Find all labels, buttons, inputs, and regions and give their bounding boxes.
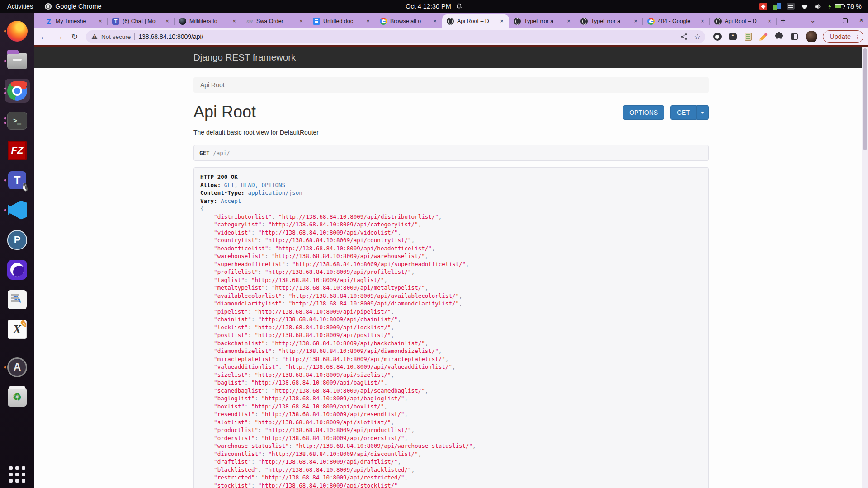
- browser-tab-1[interactable]: T(6) Chat | Mo×: [108, 14, 175, 28]
- updater-icon: A: [6, 357, 28, 378]
- page-content: Django REST framework Api Root Api Root …: [34, 47, 868, 488]
- dock-item-updater[interactable]: A: [5, 355, 30, 379]
- browser-tab-4[interactable]: Untitled doc×: [308, 14, 375, 28]
- converter-favicon: [179, 18, 186, 25]
- dock-item-chrome[interactable]: [5, 79, 30, 103]
- tab-title: My Timeshe: [56, 18, 94, 24]
- dock-item-filezilla[interactable]: FZ: [5, 138, 30, 162]
- dock-item-xournal[interactable]: X: [5, 317, 30, 341]
- extensions-puzzle-icon[interactable]: [774, 32, 784, 42]
- tab-close-icon[interactable]: ×: [632, 18, 639, 25]
- profile-avatar[interactable]: [806, 31, 817, 42]
- get-button[interactable]: GET: [670, 105, 696, 120]
- running-indicator-dots: [4, 87, 6, 94]
- share-icon[interactable]: [680, 33, 688, 40]
- restore-button[interactable]: [843, 18, 848, 23]
- view-description: The default basic root view for DefaultR…: [193, 129, 709, 136]
- browser-tab-2[interactable]: Milliliters to×: [175, 14, 241, 28]
- extension-notes-icon[interactable]: [743, 32, 753, 42]
- update-chrome-button[interactable]: Update ⋮: [823, 30, 863, 43]
- show-applications-button[interactable]: [9, 466, 25, 483]
- dock-item-insomnia[interactable]: [5, 258, 30, 282]
- browser-tab-6-active[interactable]: Api Root – D×: [442, 14, 509, 28]
- browser-tab-0[interactable]: ZMy Timeshe×: [41, 14, 108, 28]
- tab-close-icon[interactable]: ×: [364, 18, 372, 25]
- browser-tab-3[interactable]: swSwa Order×: [241, 14, 308, 28]
- battery-percent: 78 %: [847, 3, 862, 10]
- tab-search-chevron-icon[interactable]: ⌄: [810, 17, 816, 24]
- activities-button[interactable]: Activities: [7, 3, 33, 10]
- dock-item-files[interactable]: [5, 49, 30, 73]
- tab-close-icon[interactable]: ×: [231, 18, 238, 25]
- tab-close-icon[interactable]: ×: [498, 18, 505, 25]
- extension-chat-icon[interactable]: ❝: [728, 32, 738, 42]
- minimize-button[interactable]: –: [827, 17, 831, 24]
- dock-item-vscode[interactable]: [5, 198, 30, 222]
- options-button[interactable]: OPTIONS: [623, 105, 664, 120]
- browser-tab-5[interactable]: Browse all o×: [375, 14, 442, 28]
- keyboard-layout-tray-icon[interactable]: [787, 3, 795, 10]
- tab-close-icon[interactable]: ×: [766, 18, 773, 25]
- update-label: Update: [830, 33, 851, 40]
- dock-item-postgres[interactable]: P: [5, 228, 30, 252]
- wifi-icon[interactable]: [801, 3, 808, 10]
- dock-item-teams[interactable]: T: [5, 168, 30, 192]
- volume-icon[interactable]: [814, 3, 822, 10]
- tab-title: TypeError a: [591, 18, 629, 24]
- extension-profile-icon[interactable]: [712, 32, 722, 42]
- running-indicator-dots: [4, 117, 6, 124]
- focused-app-menu[interactable]: Google Chrome: [45, 3, 101, 10]
- forward-button[interactable]: →: [52, 30, 66, 43]
- globe-favicon: [447, 18, 454, 25]
- google-favicon: [647, 18, 655, 25]
- browser-tab-8[interactable]: TypeError a×: [576, 14, 643, 28]
- tab-close-icon[interactable]: ×: [97, 18, 104, 25]
- security-chip-label[interactable]: Not secure: [101, 33, 131, 40]
- scrollbar-thumb[interactable]: [863, 48, 867, 150]
- ubuntu-dock: >_FZTP✎XA♻: [0, 13, 34, 488]
- charging-bolt-icon: [828, 4, 832, 9]
- drf-navbar: Django REST framework: [34, 47, 868, 68]
- page-title: Api Root: [193, 103, 256, 122]
- get-format-dropdown[interactable]: [696, 105, 709, 120]
- extension-pencil-icon[interactable]: [759, 32, 769, 42]
- back-button[interactable]: ←: [37, 30, 51, 43]
- dock-item-terminal[interactable]: >_: [5, 108, 30, 132]
- tab-close-icon[interactable]: ×: [699, 18, 706, 25]
- tab-title: (6) Chat | Mo: [123, 18, 160, 24]
- kebab-menu-icon: ⋮: [854, 33, 860, 40]
- tab-close-icon[interactable]: ×: [565, 18, 572, 25]
- running-indicator-dots: [4, 60, 6, 62]
- browser-tab-10[interactable]: Api Root – D×: [710, 14, 777, 28]
- drf-brand[interactable]: Django REST framework: [193, 52, 296, 62]
- dock-item-firefox[interactable]: [5, 19, 30, 43]
- globe-favicon: [580, 18, 588, 25]
- side-panel-icon[interactable]: [789, 32, 799, 42]
- breadcrumb-current: Api Root: [200, 81, 225, 89]
- tab-close-icon[interactable]: ×: [431, 18, 439, 25]
- filezilla-icon: FZ: [6, 140, 28, 161]
- google-docs-favicon: [313, 18, 320, 25]
- workspace-tray-icon[interactable]: [773, 3, 781, 10]
- chrome-icon: [6, 80, 28, 102]
- url-text[interactable]: 138.68.84.10:8009/api/: [138, 33, 677, 40]
- tab-close-icon[interactable]: ×: [297, 18, 305, 25]
- new-tab-button[interactable]: +: [777, 14, 789, 27]
- browser-tab-9[interactable]: 404 - Google×: [643, 14, 710, 28]
- reload-button[interactable]: ↻: [68, 30, 81, 43]
- running-indicator-dots: [4, 366, 6, 368]
- browser-tab-7[interactable]: TypeError a×: [509, 14, 576, 28]
- globe-favicon: [714, 18, 722, 25]
- screen-record-tray-icon[interactable]: [760, 3, 767, 10]
- address-bar[interactable]: Not secure 138.68.84.10:8009/api/ ☆: [86, 30, 705, 43]
- running-indicator-dots: [4, 209, 6, 211]
- dock-item-trash[interactable]: ♻: [5, 385, 30, 409]
- close-window-button[interactable]: ×: [859, 16, 863, 24]
- dock-item-gedit[interactable]: ✎: [5, 287, 30, 311]
- clock[interactable]: Oct 4 12:30 PM: [406, 3, 451, 10]
- battery-indicator[interactable]: 78 %: [828, 3, 862, 10]
- zoho-favicon: Z: [45, 18, 52, 25]
- bookmark-star-icon[interactable]: ☆: [694, 32, 701, 42]
- files-icon: [6, 50, 28, 72]
- tab-close-icon[interactable]: ×: [164, 18, 171, 25]
